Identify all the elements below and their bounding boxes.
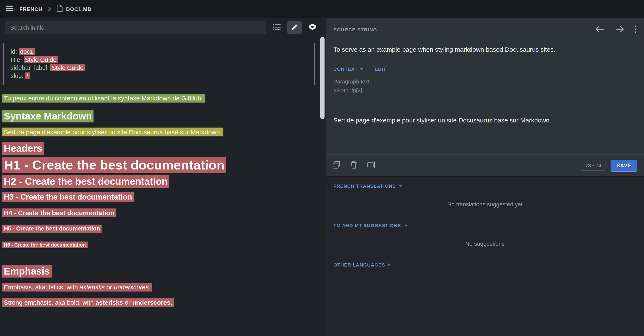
- untranslated-string[interactable]: Emphasis: [2, 265, 52, 277]
- search-row: [0, 18, 326, 37]
- translation-toolbar: 73 • 74 SAVE: [326, 154, 644, 176]
- translatable-string[interactable]: Style Guide: [50, 64, 85, 71]
- kebab-menu-icon: [635, 25, 636, 34]
- other-languages-label: OTHER LANGUAGES: [334, 262, 385, 267]
- text-cursor-icon: [367, 161, 376, 170]
- source-string-label: SOURCE STRING: [334, 27, 377, 32]
- paragraph: Sert de page d'exemple pour styliser un …: [2, 127, 315, 136]
- string-list-view-button[interactable]: [270, 21, 284, 34]
- edit-label: EDIT: [375, 67, 386, 72]
- heading-h4: H4 - Create the best documentation: [2, 209, 315, 217]
- eye-icon: [308, 24, 317, 31]
- menu-button[interactable]: [6, 4, 14, 14]
- heading-h2: Syntaxe Markdown: [2, 112, 315, 121]
- more-options-button[interactable]: [635, 25, 636, 34]
- translated-string[interactable]: Tu peux écrire du contenu en utilisant l…: [2, 94, 204, 103]
- translated-string[interactable]: Syntaxe Markdown: [2, 110, 94, 122]
- untranslated-string[interactable]: H2 - Create the best documentation: [2, 175, 169, 188]
- copy-icon: [332, 161, 340, 170]
- select-text-button[interactable]: [367, 161, 376, 170]
- untranslated-string[interactable]: Strong emphasis, aka bold, with asterisk…: [2, 298, 174, 307]
- untranslated-string[interactable]: Headers: [2, 142, 44, 155]
- next-string-button[interactable]: [615, 26, 624, 34]
- untranslated-string[interactable]: H5 - Create the best documentation: [2, 225, 102, 233]
- heading-h6: H6 - Create the best documentation: [2, 241, 315, 250]
- preview-mode-button[interactable]: [305, 21, 320, 34]
- edit-mode-button[interactable]: [287, 21, 302, 34]
- frontmatter-line: title: Style Guide: [10, 56, 308, 64]
- text-run: or: [123, 299, 132, 306]
- breadcrumb-file[interactable]: DOC1.MD: [57, 5, 92, 14]
- heading-h2: Headers: [2, 144, 315, 153]
- text-run: Strong emphasis, aka bold, with: [4, 299, 96, 306]
- section-other-languages[interactable]: OTHER LANGUAGES: [326, 255, 644, 267]
- frontmatter-key: id:: [10, 48, 19, 55]
- tm-mt-label: TM AND MT SUGGESTIONS: [334, 223, 401, 228]
- source-string-header: SOURCE STRING: [326, 18, 644, 41]
- horizontal-rule: [2, 259, 315, 259]
- frontmatter-key: title:: [10, 56, 24, 63]
- frontmatter-line: sidebar_label: Style Guide: [10, 64, 308, 72]
- paragraph: Emphasis, aka italics, with asterisks or…: [2, 283, 315, 291]
- section-french-translations[interactable]: FRENCH TRANSLATIONS: [326, 177, 644, 189]
- chevron-down-icon: [404, 224, 408, 227]
- bold-text: asterisks: [96, 299, 123, 306]
- frontmatter-key: sidebar_label:: [10, 64, 50, 71]
- text-run: Tu peux écrire du contenu en utilisant: [4, 94, 111, 102]
- section-tm-mt-suggestions[interactable]: TM AND MT SUGGESTIONS: [326, 216, 644, 228]
- text-run: .: [201, 94, 203, 102]
- breadcrumb-project[interactable]: FRENCH: [20, 6, 42, 12]
- chevron-down-icon: [360, 68, 364, 70]
- selected-string[interactable]: Sert de page d'exemple pour styliser un …: [2, 127, 224, 136]
- text-run: .: [149, 283, 150, 291]
- heading-h5: H5 - Create the best documentation: [2, 224, 315, 233]
- frontmatter-block: id: doc1 title: Style Guide sidebar_labe…: [4, 43, 315, 85]
- context-xpath: XPath: /p[2]: [334, 86, 636, 95]
- frontmatter-key: slug:: [10, 72, 25, 79]
- untranslated-string[interactable]: H4 - Create the best documentation: [2, 209, 116, 217]
- file-preview-panel: id: doc1 title: Style Guide sidebar_labe…: [0, 18, 326, 336]
- text-run: or: [105, 283, 114, 291]
- untranslated-string[interactable]: Emphasis, aka italics, with asterisks or…: [2, 283, 152, 291]
- source-string-text: To serve as an example page when styling…: [334, 45, 636, 54]
- clear-translation-button[interactable]: [350, 161, 357, 170]
- text-run: .: [170, 299, 172, 306]
- context-toggle[interactable]: CONTEXT: [334, 67, 364, 72]
- breadcrumb-file-label: DOC1.MD: [66, 6, 92, 12]
- paragraph: Strong emphasis, aka bold, with asterisk…: [2, 298, 315, 307]
- previous-string-button[interactable]: [596, 26, 604, 34]
- untranslated-string[interactable]: H6 - Create the best documentation: [2, 242, 88, 248]
- trash-icon: [350, 161, 357, 170]
- translatable-string[interactable]: /: [25, 72, 30, 79]
- translation-input[interactable]: Sert de page d'exemple pour styliser un …: [326, 102, 644, 154]
- translatable-string[interactable]: Style Guide: [24, 56, 58, 63]
- chevron-down-icon: [399, 185, 402, 187]
- edit-context-button[interactable]: EDIT: [375, 67, 386, 72]
- scrollbar-thumb[interactable]: [320, 37, 324, 119]
- heading-h2: H2 - Create the best documentation: [2, 177, 315, 186]
- list-icon: [272, 24, 281, 32]
- pencil-icon: [291, 24, 298, 32]
- frontmatter-line: slug: /: [10, 72, 308, 80]
- save-button[interactable]: SAVE: [610, 159, 637, 172]
- main-split: id: doc1 title: Style Guide sidebar_labe…: [0, 18, 644, 336]
- translatable-string[interactable]: doc1: [19, 48, 35, 55]
- app-window: FRENCH DOC1.MD: [0, 0, 644, 336]
- link-text: la syntaxe Markdown de GitHub: [111, 94, 201, 102]
- arrow-right-icon: [615, 26, 624, 34]
- hamburger-icon: [6, 4, 14, 14]
- untranslated-string[interactable]: H3 - Create the best documentation: [2, 192, 134, 202]
- paragraph: Tu peux écrire du contenu en utilisant l…: [2, 94, 315, 103]
- context-type: Paragraph text: [334, 77, 636, 86]
- search-input[interactable]: [5, 21, 266, 34]
- context-row: CONTEXT EDIT: [334, 67, 636, 72]
- chevron-right-icon: [388, 263, 390, 266]
- copy-source-button[interactable]: [332, 161, 340, 170]
- document-preview: id: doc1 title: Style Guide sidebar_labe…: [0, 37, 326, 336]
- file-icon: [57, 5, 62, 14]
- suggestions-empty-message: No suggestions: [326, 228, 644, 255]
- untranslated-string[interactable]: H1 - Create the best documentation: [2, 157, 226, 173]
- italic-text: asterisks: [80, 283, 104, 291]
- top-bar: FRENCH DOC1.MD: [0, 0, 644, 18]
- translations-empty-message: No translations suggested yet: [326, 189, 644, 216]
